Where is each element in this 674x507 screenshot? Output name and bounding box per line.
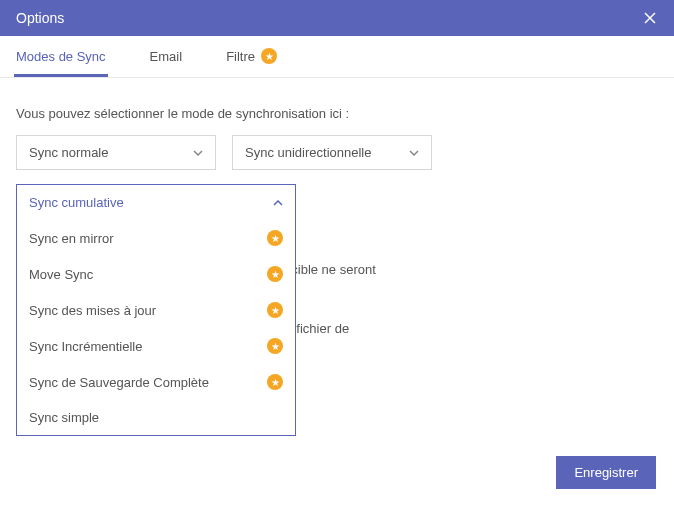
content-area: Vous pouvez sélectionner le mode de sync… (0, 78, 674, 391)
select-value: Sync unidirectionnelle (245, 145, 371, 160)
dropdown-item-label: Sync simple (29, 410, 99, 425)
dropdown-selected-item[interactable]: Sync cumulative (17, 185, 295, 220)
sync-mode-select-2[interactable]: Sync unidirectionnelle (232, 135, 432, 170)
star-icon (261, 48, 277, 64)
dropdown-item-label: Move Sync (29, 267, 93, 282)
dropdown-item-updates[interactable]: Sync des mises à jour (17, 292, 295, 328)
selects-row: Sync normale Sync unidirectionnelle (16, 135, 658, 170)
dropdown-item-label: Sync Incrémentielle (29, 339, 142, 354)
dropdown-item-label: Sync des mises à jour (29, 303, 156, 318)
star-icon (267, 230, 283, 246)
close-icon[interactable] (642, 10, 658, 26)
description-text: Vous pouvez sélectionner le mode de sync… (16, 106, 658, 121)
chevron-down-icon (409, 148, 419, 158)
save-button[interactable]: Enregistrer (556, 456, 656, 489)
dropdown-item-simple[interactable]: Sync simple (17, 400, 295, 435)
dropdown-item-backup[interactable]: Sync de Sauvegarde Complète (17, 364, 295, 400)
chevron-down-icon (193, 148, 203, 158)
select-value: Sync normale (29, 145, 108, 160)
chevron-up-icon (273, 198, 283, 208)
star-icon (267, 338, 283, 354)
dropdown-item-label: Sync de Sauvegarde Complète (29, 375, 209, 390)
tab-email[interactable]: Email (148, 36, 185, 77)
tab-label: Filtre (226, 49, 255, 64)
tab-filter[interactable]: Filtre (224, 36, 279, 77)
dropdown-item-mirror[interactable]: Sync en mirror (17, 220, 295, 256)
dialog-header: Options (0, 0, 674, 36)
dropdown-item-label: Sync en mirror (29, 231, 114, 246)
tabs-bar: Modes de Sync Email Filtre (0, 36, 674, 78)
star-icon (267, 266, 283, 282)
footer: Enregistrer (556, 456, 656, 489)
dropdown-selected-label: Sync cumulative (29, 195, 124, 210)
tab-sync-modes[interactable]: Modes de Sync (14, 36, 108, 77)
star-icon (267, 302, 283, 318)
star-icon (267, 374, 283, 390)
dropdown-item-move[interactable]: Move Sync (17, 256, 295, 292)
sync-mode-dropdown: Sync cumulative Sync en mirror Move Sync… (16, 184, 296, 436)
dialog-title: Options (16, 10, 64, 26)
dropdown-item-incremental[interactable]: Sync Incrémentielle (17, 328, 295, 364)
tab-label: Modes de Sync (16, 49, 106, 64)
sync-mode-select-1[interactable]: Sync normale (16, 135, 216, 170)
tab-label: Email (150, 49, 183, 64)
